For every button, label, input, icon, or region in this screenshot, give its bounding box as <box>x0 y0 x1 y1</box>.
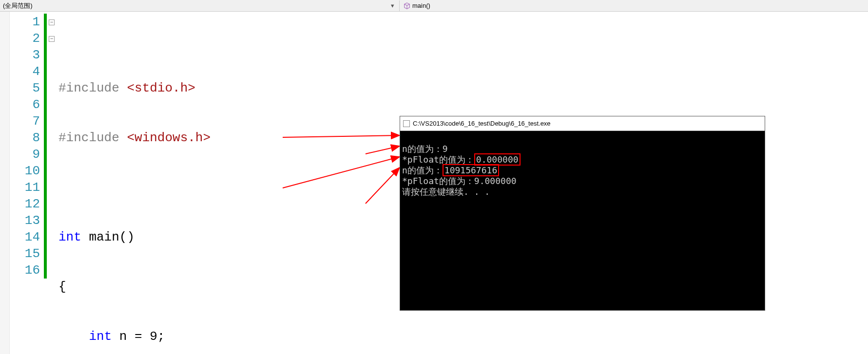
glyph-margin <box>0 12 10 354</box>
fold-margin: − − <box>47 12 57 354</box>
line-number: 16 <box>10 262 40 279</box>
console-title-text: C:\VS2013\code\6_16_test\Debug\6_16_test… <box>413 120 551 127</box>
line-number: 7 <box>10 113 40 130</box>
line-number-gutter: 1 2 3 4 5 6 7 8 9 10 11 12 13 14 15 16 <box>10 12 44 354</box>
line-number: 5 <box>10 80 40 96</box>
fold-toggle-icon[interactable]: − <box>49 36 55 42</box>
console-line: *pFloat的值为： <box>402 154 474 165</box>
line-number: 9 <box>10 146 40 163</box>
app-icon <box>403 120 410 127</box>
line-number: 3 <box>10 47 40 63</box>
line-number: 6 <box>10 96 40 113</box>
line-number: 14 <box>10 229 40 245</box>
line-number: 4 <box>10 63 40 80</box>
line-number: 15 <box>10 245 40 262</box>
scope-dropdown[interactable]: (全局范围) ▾ <box>0 0 400 11</box>
console-window[interactable]: C:\VS2013\code\6_16_test\Debug\6_16_test… <box>400 116 765 311</box>
line-number: 12 <box>10 196 40 212</box>
console-output: n的值为：9 *pFloat的值为：0.000000 n的值为：10915676… <box>400 131 765 210</box>
line-number: 1 <box>10 14 40 30</box>
highlighted-value: 1091567616 <box>443 164 499 176</box>
line-number: 11 <box>10 179 40 196</box>
function-dropdown[interactable]: main() <box>400 1 868 10</box>
chevron-down-icon: ▾ <box>388 2 396 9</box>
line-number: 10 <box>10 163 40 179</box>
line-number: 2 <box>10 30 40 47</box>
editor-top-bar: (全局范围) ▾ main() <box>0 0 868 12</box>
console-line: n的值为：9 <box>402 144 448 154</box>
console-line: *pFloat的值为：9.000000 <box>402 176 517 186</box>
function-icon <box>404 2 410 9</box>
console-title-bar[interactable]: C:\VS2013\code\6_16_test\Debug\6_16_test… <box>400 116 765 131</box>
line-number: 8 <box>10 130 40 146</box>
scope-label: (全局范围) <box>3 1 33 10</box>
function-label: main() <box>412 2 430 9</box>
fold-toggle-icon[interactable]: − <box>49 19 55 25</box>
console-line: n的值为： <box>402 165 443 175</box>
line-number: 13 <box>10 212 40 229</box>
console-line: 请按任意键继续. . . <box>402 186 490 197</box>
